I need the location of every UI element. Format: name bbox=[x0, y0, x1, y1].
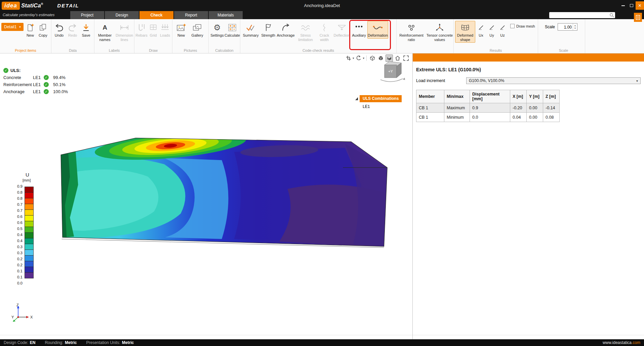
tab-materials[interactable]: Materials bbox=[209, 11, 243, 19]
combinations-expander[interactable] bbox=[355, 97, 358, 100]
orbit-tool-button[interactable] bbox=[355, 54, 362, 62]
calculate-button[interactable]: Calculate bbox=[225, 21, 240, 39]
legend-swatch bbox=[25, 232, 34, 238]
scale-value[interactable]: 1.00 bbox=[558, 24, 573, 30]
load-increment-label: Load increment bbox=[416, 78, 466, 83]
uy-button[interactable]: Uy bbox=[487, 21, 497, 39]
model-viewport[interactable]: ▾ ▾ ✓ ULS: bbox=[0, 53, 412, 339]
clipping-tool-button[interactable] bbox=[345, 54, 352, 62]
deformation-button[interactable]: Deformation bbox=[367, 21, 388, 39]
dimension-lines-button[interactable]: Dimension lines bbox=[115, 21, 134, 43]
ribbon-group-code-check: Summary Strength Anchorage Stress limita… bbox=[240, 19, 397, 53]
reinforcement-ratio-button[interactable]: Reinforcement ratio bbox=[398, 21, 425, 43]
clipping-dropdown-chevron[interactable]: ▾ bbox=[353, 56, 354, 60]
toolbar-separator bbox=[366, 55, 367, 61]
deflection-button[interactable]: Deflection bbox=[333, 21, 351, 39]
uls-combinations-badge[interactable]: ULS Combinations bbox=[360, 95, 402, 102]
legend-swatch bbox=[25, 204, 34, 210]
stress-limitation-label: Stress limitation bbox=[296, 33, 315, 42]
load-increment-select[interactable]: G100.0%, V100.0% ▾ bbox=[466, 77, 641, 84]
website-link[interactable]: www.ideastatica.com bbox=[603, 340, 640, 345]
ribbon-filler bbox=[585, 19, 644, 53]
group-label-scale: Scale bbox=[542, 48, 585, 52]
rebars-button[interactable]: Rebars bbox=[136, 21, 147, 39]
loads-button[interactable]: Loads bbox=[159, 21, 171, 39]
group-label-calculation: Calculation bbox=[209, 48, 240, 52]
search-box[interactable] bbox=[549, 12, 615, 18]
detail-selector-button[interactable]: Detail1▾ bbox=[1, 23, 24, 31]
new-picture-button[interactable]: New bbox=[174, 21, 189, 39]
ux-button[interactable]: Ux bbox=[476, 21, 486, 39]
solid-view-button[interactable] bbox=[377, 54, 385, 62]
new-project-item-label: New bbox=[27, 33, 34, 38]
gallery-button[interactable]: Gallery bbox=[189, 21, 205, 39]
close-button[interactable]: ✕ bbox=[636, 1, 644, 10]
zoom-fit-button[interactable] bbox=[402, 54, 410, 62]
ux-icon bbox=[478, 22, 484, 33]
tab-check[interactable]: Check bbox=[139, 11, 173, 19]
tab-project[interactable]: Project bbox=[70, 11, 104, 19]
spinner-up-icon[interactable]: ▲ bbox=[574, 24, 576, 27]
undo-button[interactable]: Undo bbox=[53, 21, 66, 39]
draw-mesh-checkbox[interactable] bbox=[510, 24, 515, 28]
member-names-button[interactable]: A Member names bbox=[96, 21, 114, 43]
design-code-value[interactable]: EN bbox=[30, 340, 36, 345]
legend-value: 0.3 bbox=[10, 245, 23, 249]
stress-limitation-button[interactable]: Stress limitation bbox=[295, 21, 316, 43]
legend-value: 0.5 bbox=[10, 227, 23, 231]
auxiliary-button[interactable]: Auxiliary bbox=[351, 21, 367, 39]
new-picture-icon bbox=[176, 22, 186, 33]
grid-icon bbox=[149, 22, 158, 33]
spinner-down-icon[interactable]: ▼ bbox=[574, 27, 576, 30]
tab-report[interactable]: Report bbox=[174, 11, 208, 19]
home-view-button[interactable] bbox=[394, 54, 401, 62]
solid-cube-icon bbox=[378, 55, 384, 61]
ribbon-group-extra-results: Reinforcement ratio Tensor concrete valu… bbox=[397, 19, 454, 53]
search-input[interactable] bbox=[549, 13, 609, 17]
uy-label: Uy bbox=[489, 33, 494, 38]
coordinate-axes: Z X Y bbox=[11, 302, 35, 327]
summary-label: Summary bbox=[243, 33, 258, 38]
settings-button[interactable]: ⚙ Settings bbox=[210, 21, 224, 39]
uls-title: ULS: bbox=[10, 68, 21, 73]
scale-stepper[interactable]: 1.00 ▲▼ bbox=[558, 23, 577, 31]
tensor-concrete-values-button[interactable]: Tensor concrete values bbox=[426, 21, 454, 43]
dimension-lines-icon bbox=[119, 22, 129, 33]
minimize-button[interactable] bbox=[619, 1, 627, 10]
anchorage-button[interactable]: Anchorage bbox=[277, 21, 295, 39]
table-row[interactable]: CB 1 Maximum 0.9 -0.20 0.00 -0.14 bbox=[416, 103, 560, 113]
wireframe-view-button[interactable] bbox=[369, 54, 376, 62]
legend-swatch bbox=[25, 244, 34, 250]
crack-width-button[interactable]: Crack width bbox=[316, 21, 332, 43]
load-increment-row: Load increment G100.0%, V100.0% ▾ bbox=[416, 77, 641, 84]
redo-button[interactable]: Redo bbox=[66, 21, 79, 39]
minimize-icon bbox=[621, 5, 625, 6]
ribbon-options-button[interactable] bbox=[634, 13, 642, 22]
units-value[interactable]: Metric bbox=[122, 340, 134, 345]
summary-button[interactable]: Summary bbox=[242, 21, 260, 39]
restore-button[interactable] bbox=[627, 1, 636, 10]
deformation-plot[interactable] bbox=[57, 136, 390, 252]
grid-button[interactable]: Grid bbox=[148, 21, 159, 39]
save-button[interactable]: Save bbox=[80, 21, 92, 39]
rounding-value[interactable]: Metric bbox=[65, 340, 77, 345]
new-project-item-button[interactable]: New bbox=[24, 21, 36, 39]
load-case-item[interactable]: LE1 bbox=[363, 104, 370, 109]
deformed-shape-button[interactable]: Deformed shape bbox=[455, 21, 475, 43]
legend-value: 0.7 bbox=[10, 208, 23, 213]
shaded-view-button[interactable] bbox=[386, 54, 393, 62]
ribbon: Detail1▾ New Copy Project items Undo bbox=[0, 19, 644, 53]
strength-button[interactable]: Strength bbox=[260, 21, 276, 39]
table-row[interactable]: CB 1 Minimum 0.0 0.04 0.00 0.08 bbox=[416, 113, 560, 122]
scale-spinner-arrows[interactable]: ▲▼ bbox=[573, 24, 577, 30]
tab-design[interactable]: Design bbox=[105, 11, 139, 19]
orbit-dropdown-chevron[interactable]: ▾ bbox=[363, 56, 364, 60]
navigation-cube[interactable]: +Y bbox=[377, 60, 407, 85]
copy-project-item-button[interactable]: Copy bbox=[37, 21, 49, 39]
undo-icon bbox=[54, 22, 64, 33]
draw-mesh-toggle[interactable]: Draw mesh bbox=[510, 24, 535, 28]
ribbon-group-draw: Rebars Grid Loads Draw bbox=[134, 19, 172, 53]
document-title: Anchoring.ideaDet bbox=[0, 3, 644, 8]
new-picture-label: New bbox=[177, 33, 185, 38]
uz-button[interactable]: Uz bbox=[497, 21, 508, 39]
